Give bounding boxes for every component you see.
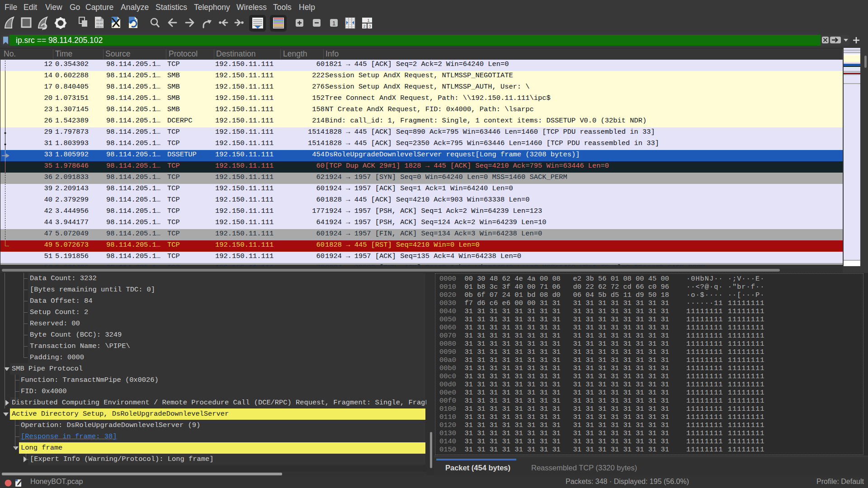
svg-text:0110: 0110 — [96, 22, 103, 25]
svg-text:0011: 0011 — [96, 25, 103, 28]
svg-text:1: 1 — [332, 20, 335, 27]
svg-text:1: 1 — [367, 18, 369, 23]
svg-text:3: 3 — [368, 24, 371, 28]
svg-text:2: 2 — [363, 24, 365, 28]
svg-text:0101: 0101 — [96, 19, 103, 22]
